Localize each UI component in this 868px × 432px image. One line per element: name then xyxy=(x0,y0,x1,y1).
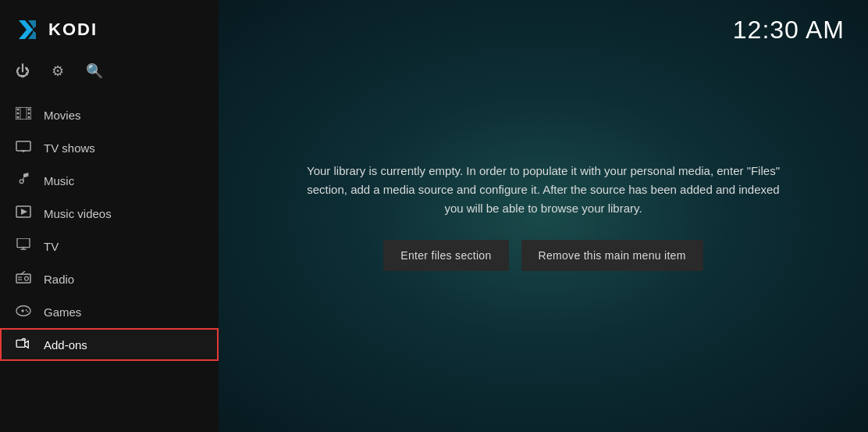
tv-shows-icon xyxy=(16,140,31,155)
radio-icon xyxy=(16,271,31,287)
movies-label: Movies xyxy=(44,109,81,122)
svg-point-30 xyxy=(26,309,27,311)
add-ons-label: Add-ons xyxy=(44,338,87,352)
svg-point-6 xyxy=(28,109,30,111)
app-name: KODI xyxy=(48,20,98,40)
sidebar-item-tv-shows[interactable]: TV shows xyxy=(0,131,219,164)
sidebar-item-movies[interactable]: Movies xyxy=(0,98,219,131)
svg-rect-32 xyxy=(16,340,25,347)
svg-point-5 xyxy=(17,116,20,119)
svg-point-14 xyxy=(20,180,23,184)
sidebar-item-music[interactable]: Music xyxy=(0,164,219,197)
sidebar-item-music-videos[interactable]: Music videos xyxy=(0,197,219,230)
logo-area: KODI xyxy=(0,0,219,56)
power-icon[interactable]: ⏻ xyxy=(16,63,30,80)
svg-rect-18 xyxy=(17,238,30,248)
search-icon[interactable]: 🔍 xyxy=(86,62,103,80)
nav-items: Movies TV shows Music Music videos TV xyxy=(0,92,219,432)
svg-point-3 xyxy=(17,109,20,111)
sidebar-item-games[interactable]: Games xyxy=(0,295,219,328)
svg-point-31 xyxy=(27,311,29,312)
svg-point-8 xyxy=(28,116,30,119)
sidebar-item-tv[interactable]: TV xyxy=(0,230,219,262)
music-label: Music xyxy=(44,174,74,187)
kodi-logo-icon xyxy=(16,17,41,42)
tv-label: TV xyxy=(44,240,59,253)
sidebar: KODI ⏻ ⚙ 🔍 Movies TV shows Music xyxy=(0,0,219,432)
remove-menu-item-button[interactable]: Remove this main menu item xyxy=(521,240,703,271)
svg-point-4 xyxy=(17,112,20,115)
settings-icon[interactable]: ⚙ xyxy=(52,62,64,80)
music-videos-label: Music videos xyxy=(44,207,112,220)
sidebar-item-add-ons[interactable]: Add-ons xyxy=(0,328,219,361)
radio-label: Radio xyxy=(44,273,74,286)
action-buttons: Enter files section Remove this main men… xyxy=(383,240,703,271)
top-icons-bar: ⏻ ⚙ 🔍 xyxy=(0,56,219,92)
sidebar-item-radio[interactable]: Radio xyxy=(0,262,219,295)
music-icon xyxy=(16,173,31,188)
svg-rect-11 xyxy=(16,141,30,151)
svg-marker-17 xyxy=(21,209,27,215)
tv-shows-label: TV shows xyxy=(44,141,95,155)
main-content: Your library is currently empty. In orde… xyxy=(219,0,868,432)
games-icon xyxy=(16,304,31,320)
add-ons-icon xyxy=(16,337,31,352)
empty-library-message: Your library is currently empty. In orde… xyxy=(301,162,785,218)
music-videos-icon xyxy=(16,205,31,221)
tv-icon xyxy=(16,238,31,254)
svg-point-23 xyxy=(25,277,29,280)
enter-files-section-button[interactable]: Enter files section xyxy=(383,240,508,271)
svg-point-7 xyxy=(28,112,30,115)
games-label: Games xyxy=(44,305,81,319)
movies-icon xyxy=(16,107,31,123)
